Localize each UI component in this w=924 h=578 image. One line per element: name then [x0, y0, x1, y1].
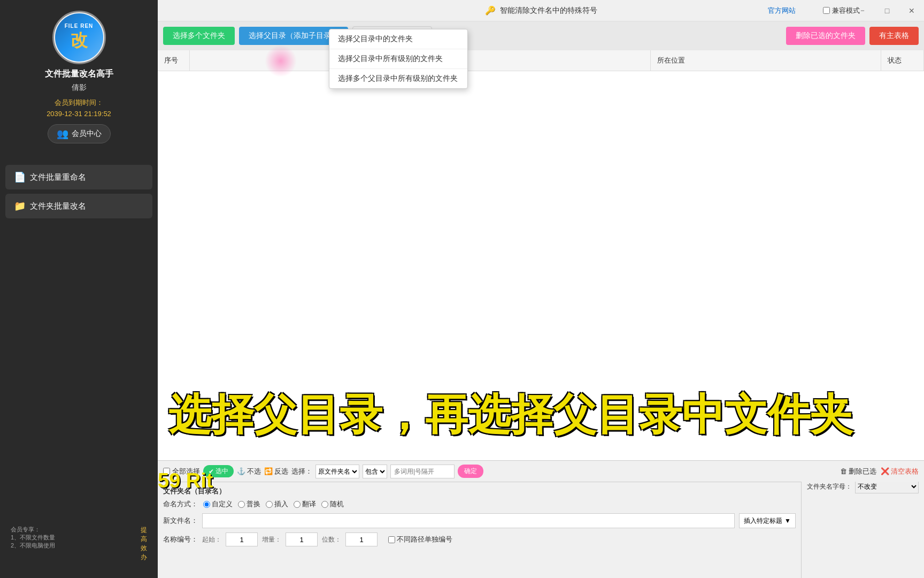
del-icon: 🗑 [840, 467, 847, 475]
series-label: 名称编号： [163, 535, 198, 544]
title-text: 智能清除文件名中的特殊符号 [500, 6, 597, 16]
radio-custom[interactable]: 自定义 [203, 499, 233, 509]
uncheck-label: 不选 [247, 467, 261, 476]
folder-rename-label: 文件夹批量改名 [30, 201, 86, 211]
series-step-input[interactable] [286, 533, 318, 546]
anchor-icon: ⚓ [237, 467, 245, 475]
sidebar: FILE REN 改 文件批量改名高手 倩影 会员到期时间： 2039-12-3… [0, 0, 158, 578]
series-start-label: 起始： [202, 535, 221, 544]
sidebar-item-file-rename[interactable]: 📄 文件批量重命名 [5, 165, 152, 189]
insert-special-button[interactable]: 插入特定标题 ▼ [739, 513, 796, 528]
title-bar: 🔑 智能清除文件名中的特殊符号 官方网站 兼容模式 － □ ✕ [158, 0, 924, 21]
table-header: 序号 文件夹名 所在位置 状态 [158, 50, 924, 71]
folder-rename-icon: 📁 [14, 200, 26, 212]
series-row: 名称编号： 起始： 增量： 位数： 不同路径单独编号 [163, 533, 796, 546]
select-multi-folders-button[interactable]: 选择多个文件夹 [163, 27, 235, 45]
close-button[interactable]: ✕ [899, 0, 924, 21]
sidebar-item-folder-rename[interactable]: 📁 文件夹批量改名 [5, 194, 152, 218]
compat-checkbox[interactable] [823, 7, 830, 14]
member-time: 2039-12-31 21:19:52 [47, 110, 111, 118]
naming-method-label: 命名方式： [163, 499, 198, 509]
rename-panel: 文件夹名（目录名） 命名方式： 自定义 普换 插入 翻译 [158, 482, 801, 578]
app-name-label: 文件批量改名高手 [45, 69, 113, 80]
select-all-checkbox-area[interactable]: 全部选择 [163, 467, 200, 476]
select-all-label: 全部选择 [172, 467, 200, 476]
member-label: 会员到期时间： [55, 98, 103, 108]
series-step-label: 增量： [262, 535, 281, 544]
select-text: 选择： [291, 467, 312, 476]
naming-radio-group: 自定义 普换 插入 翻译 随机 [203, 499, 344, 509]
dropdown-item-0[interactable]: 选择父目录中的文件夹 [329, 29, 467, 49]
insert-chevron: ▼ [784, 517, 791, 524]
clear-label: 清空表格 [891, 467, 919, 476]
sidebar-nav: 📄 文件批量重命名 📁 文件夹批量改名 [0, 165, 158, 223]
naming-method-row: 命名方式： 自定义 普换 插入 翻译 [163, 499, 796, 509]
table-body [158, 71, 924, 460]
col-header-seq: 序号 [158, 50, 190, 71]
logo-file-text: FILE REN [65, 23, 94, 29]
radio-normal[interactable]: 普换 [238, 499, 260, 509]
member-center-label: 会员中心 [72, 129, 102, 139]
logo-circle: FILE REN 改 [52, 11, 106, 64]
confirm-button[interactable]: 确定 [458, 465, 483, 478]
member-center-button[interactable]: 👥 会员中心 [48, 124, 111, 143]
reverse-label: 反选 [274, 467, 288, 476]
file-rename-label: 文件批量重命名 [30, 172, 86, 182]
uncheck-button[interactable]: ⚓ 不选 [237, 467, 261, 476]
series-start-input[interactable] [226, 533, 258, 546]
main-window: 🔑 智能清除文件名中的特殊符号 官方网站 兼容模式 － □ ✕ 选择多个文件夹 … [158, 0, 924, 578]
new-name-row: 新文件名： 插入特定标题 ▼ [163, 513, 796, 528]
new-name-label: 新文件名： [163, 516, 198, 526]
clear-icon: ❌ [881, 467, 889, 475]
reverse-button[interactable]: 🔁 反选 [264, 467, 288, 476]
reverse-icon: 🔁 [264, 467, 273, 475]
select-all-checkbox[interactable] [163, 468, 170, 475]
official-site-link[interactable]: 官方网站 [768, 6, 796, 16]
toolbar: 选择多个文件夹 选择父目录（添加子目录） 🔄 新旧文件名互换 删除已选的文件夹 … [158, 21, 924, 50]
col-header-status: 状态 [881, 50, 924, 71]
footer-left-text: 会员专享： 1、不限文件数量 2、不限电脑使用 [5, 526, 55, 550]
del-selected-button[interactable]: 🗑 删除已选 [840, 467, 876, 476]
dropdown-item-2[interactable]: 选择多个父目录中所有级别的文件夹 [329, 69, 467, 88]
series-count-label: 位数： [322, 535, 341, 544]
title-icon: 🔑 [485, 5, 496, 16]
radio-translate[interactable]: 翻译 [294, 499, 316, 509]
clear-table-button[interactable]: ❌ 清空表格 [881, 467, 919, 476]
username-label: 倩影 [72, 83, 87, 93]
search-keywords-input[interactable] [390, 465, 455, 478]
radio-random[interactable]: 随机 [321, 499, 344, 509]
minimize-button[interactable]: － [850, 0, 875, 21]
contain-dropdown[interactable]: 包含 [363, 465, 387, 478]
col-header-location: 所在位置 [651, 50, 881, 71]
dropdown-item-1[interactable]: 选择父目录中所有级别的文件夹 [329, 49, 467, 69]
new-name-input[interactable] [202, 513, 735, 528]
series-count-input[interactable] [345, 533, 378, 546]
maximize-button[interactable]: □ [875, 0, 899, 21]
folder-name-label: 文件夹名字母： [807, 482, 852, 491]
check-icon: ✔ [209, 468, 214, 475]
table-area: 序号 文件夹名 所在位置 状态 [158, 50, 924, 460]
parent-dir-dropdown: 选择父目录中的文件夹 选择父目录中所有级别的文件夹 选择多个父目录中所有级别的文… [329, 29, 468, 89]
logo-area: FILE REN 改 文件批量改名高手 倩影 会员到期时间： 2039-12-3… [45, 11, 113, 159]
insert-label: 插入特定标题 [744, 516, 782, 526]
excel-button[interactable]: 有主表格 [869, 27, 919, 45]
footer-right-text: 提 高 效 办 [141, 526, 152, 562]
check-button[interactable]: ✔ 选中 [203, 465, 234, 477]
logo-char: 改 [71, 29, 88, 52]
diff-path-label: 不同路径单独编号 [397, 535, 452, 544]
member-icon: 👥 [57, 128, 68, 140]
diff-path-checkbox-area[interactable]: 不同路径单独编号 [388, 535, 452, 544]
bottom-controls-bar: 全部选择 ✔ 选中 ⚓ 不选 🔁 反选 选择： 原文件夹名 包含 确定 🗑 删除… [158, 460, 924, 482]
diff-path-checkbox[interactable] [388, 536, 395, 543]
del-label: 删除已选 [849, 467, 876, 476]
delete-selected-button[interactable]: 删除已选的文件夹 [786, 27, 865, 45]
logo-inner: FILE REN 改 [55, 13, 103, 62]
check-label: 选中 [215, 467, 228, 476]
sidebar-footer: 会员专享： 1、不限文件数量 2、不限电脑使用 提 高 效 办 [0, 520, 158, 567]
radio-insert[interactable]: 插入 [266, 499, 288, 509]
select-original-dropdown[interactable]: 原文件夹名 [315, 465, 359, 478]
window-controls: － □ ✕ [850, 0, 924, 21]
file-rename-icon: 📄 [14, 171, 26, 183]
rename-panel-title: 文件夹名（目录名） [163, 486, 796, 496]
